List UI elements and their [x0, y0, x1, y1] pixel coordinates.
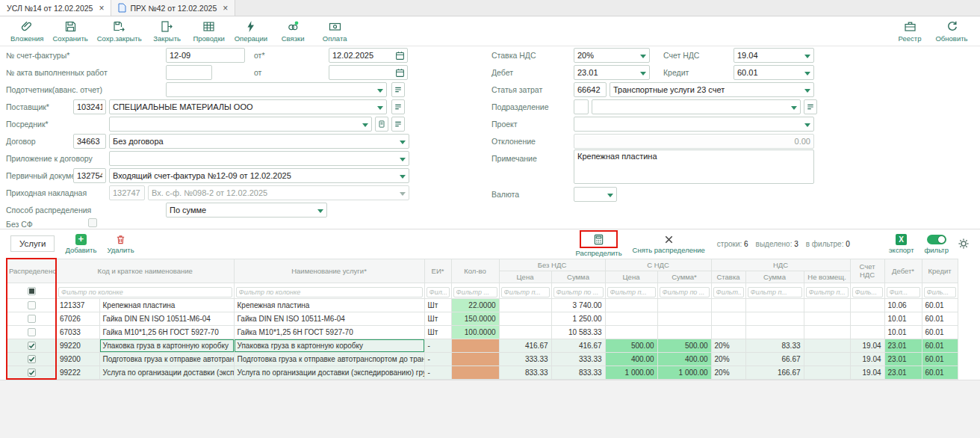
cell-price-novat[interactable]: 333.33	[499, 352, 551, 365]
project-select[interactable]	[574, 117, 814, 132]
save-close-button[interactable]: Сохр.закрыть	[94, 19, 145, 44]
currency-select[interactable]	[574, 187, 617, 202]
column-filter-input[interactable]	[887, 287, 920, 297]
cell-sum-novat[interactable]: 10 583.33	[551, 325, 605, 339]
cell-service-name[interactable]: Крепежная пластина	[234, 298, 424, 312]
vat-rate-select[interactable]: 20%	[574, 48, 650, 63]
select-all-cell[interactable]	[7, 283, 56, 298]
cell-short-name[interactable]: Упаковка груза в картонную коробку	[99, 339, 234, 352]
cell-code[interactable]: 67033	[56, 325, 99, 339]
cell-service-name[interactable]: Подготовка груза к отправке автотранспор…	[234, 352, 424, 365]
service-row[interactable]: 99200Подготовка груза к отправке автотра…	[7, 352, 958, 365]
cell-price-vat[interactable]: 500.00	[605, 339, 657, 352]
cell-debit[interactable]: 23.01	[884, 339, 922, 352]
distributed-checkbox[interactable]	[28, 355, 36, 363]
cell-price-novat[interactable]: 416.67	[499, 339, 551, 352]
cell-sum-vat[interactable]: 400.00	[657, 352, 711, 365]
cell-credit[interactable]: 60.01	[922, 352, 958, 365]
cell-vat-sum[interactable]	[745, 312, 804, 325]
refresh-button[interactable]: Обновить	[932, 19, 971, 44]
column-filter-input[interactable]	[427, 287, 450, 297]
col-header-vat-nonref[interactable]: Не возмещ.	[804, 271, 850, 283]
postings-button[interactable]: Проводки	[190, 19, 229, 44]
cell-service-name[interactable]: Упаковка груза в картонную коробку	[234, 339, 424, 352]
cell-sum-novat[interactable]: 833.33	[551, 365, 605, 379]
col-header-code-name[interactable]: Код и краткое наименование	[56, 259, 234, 283]
cell-short-name[interactable]: Гайка DIN EN ISO 10511-М6-04	[99, 312, 234, 325]
distributed-checkbox[interactable]	[28, 301, 36, 309]
cell-code[interactable]: 121337	[56, 298, 99, 312]
cell-price-vat[interactable]	[605, 325, 657, 339]
cell-price-novat[interactable]	[499, 298, 551, 312]
cell-credit[interactable]: 60.01	[922, 339, 958, 352]
cell-sum-vat[interactable]	[657, 312, 711, 325]
col-header-unit[interactable]: ЕИ*	[424, 259, 451, 283]
cell-credit[interactable]: 60.01	[922, 325, 958, 339]
cell-vat-nonref[interactable]	[804, 365, 850, 379]
note-textarea[interactable]	[574, 149, 814, 184]
act-date-field[interactable]	[329, 65, 408, 80]
export-button[interactable]: X экспорт	[889, 233, 914, 254]
cell-price-vat[interactable]: 1 000.00	[605, 365, 657, 379]
cell-vat-nonref[interactable]	[804, 325, 850, 339]
cell-credit[interactable]: 60.01	[922, 298, 958, 312]
tab-prh-document[interactable]: ПРХ №42 от 12.02.2025 ×	[111, 0, 235, 16]
cell-vat-account[interactable]: 19.04	[850, 352, 884, 365]
column-filter-input[interactable]	[713, 287, 744, 297]
cell-vat-account[interactable]: 19.04	[850, 339, 884, 352]
col-header-credit[interactable]: Кредит	[922, 259, 958, 283]
distributed-checkbox[interactable]	[28, 342, 36, 350]
column-filter-input[interactable]	[607, 287, 656, 297]
attachments-button[interactable]: Вложения	[7, 19, 47, 44]
cell-unit[interactable]: -	[424, 339, 451, 352]
cell-vat-rate[interactable]	[711, 312, 745, 325]
cell-price-novat[interactable]	[499, 325, 551, 339]
cell-debit[interactable]: 23.01	[884, 365, 922, 379]
intermediary-select[interactable]	[109, 117, 372, 132]
registry-button[interactable]: Реестр	[890, 19, 929, 44]
cell-code[interactable]: 99200	[56, 352, 99, 365]
cell-short-name[interactable]: Гайка М10*1,25 6Н ГОСТ 5927-70	[99, 325, 234, 339]
col-header-vat-account[interactable]: Счет НДС	[850, 259, 884, 283]
distributed-cell[interactable]	[7, 298, 56, 312]
act-number-input[interactable]	[166, 65, 212, 80]
operations-button[interactable]: Операции	[232, 19, 270, 44]
column-filter-input[interactable]	[553, 287, 604, 297]
col-header-price-vat[interactable]: Цена	[605, 271, 657, 283]
cell-credit[interactable]: 60.01	[922, 365, 958, 379]
cell-price-vat[interactable]	[605, 298, 657, 312]
links-button[interactable]: Связки	[273, 19, 312, 44]
calendar-icon[interactable]	[395, 68, 405, 78]
cell-service-name[interactable]: Услуга по организации доставки (экспедир…	[234, 365, 424, 379]
invoice-date-input[interactable]	[332, 51, 388, 60]
cell-vat-sum[interactable]: 166.67	[745, 365, 804, 379]
vat-account-select[interactable]: 19.04	[734, 48, 814, 63]
cell-sum-vat[interactable]: 1 000.00	[657, 365, 711, 379]
invoice-date-field[interactable]	[329, 48, 408, 63]
cell-sum-vat[interactable]	[657, 325, 711, 339]
payment-button[interactable]: Оплата	[315, 19, 354, 44]
distributed-checkbox[interactable]	[28, 328, 36, 336]
cell-sum-novat[interactable]: 333.33	[551, 352, 605, 365]
cell-short-name[interactable]: Подготовка груза к отправке автотранспо.…	[99, 352, 234, 365]
contract-annex-select[interactable]	[109, 151, 409, 166]
save-button[interactable]: Сохранить	[50, 19, 91, 44]
act-date-input[interactable]	[332, 68, 388, 77]
add-row-button[interactable]: + Добавить	[65, 233, 96, 254]
distributed-cell[interactable]	[7, 365, 56, 379]
tab-close-icon[interactable]: ×	[223, 4, 228, 13]
distributed-checkbox[interactable]	[28, 368, 36, 377]
contract-select[interactable]: Без договора	[109, 134, 409, 149]
accountable-list-button[interactable]	[391, 82, 405, 97]
cell-vat-account[interactable]	[850, 312, 884, 325]
division-list-button[interactable]	[804, 99, 817, 114]
cell-qty[interactable]: 150.0000	[451, 312, 499, 325]
cell-code[interactable]: 67026	[56, 312, 99, 325]
cell-unit[interactable]: -	[424, 352, 451, 365]
col-header-sum-novat[interactable]: Сумма	[551, 271, 605, 283]
cell-vat-nonref[interactable]	[804, 312, 850, 325]
col-header-debit[interactable]: Дебет*	[884, 259, 922, 283]
accountable-select[interactable]	[166, 82, 387, 97]
cell-qty[interactable]: 100.0000	[451, 325, 499, 339]
cell-code[interactable]: 99220	[56, 339, 99, 352]
